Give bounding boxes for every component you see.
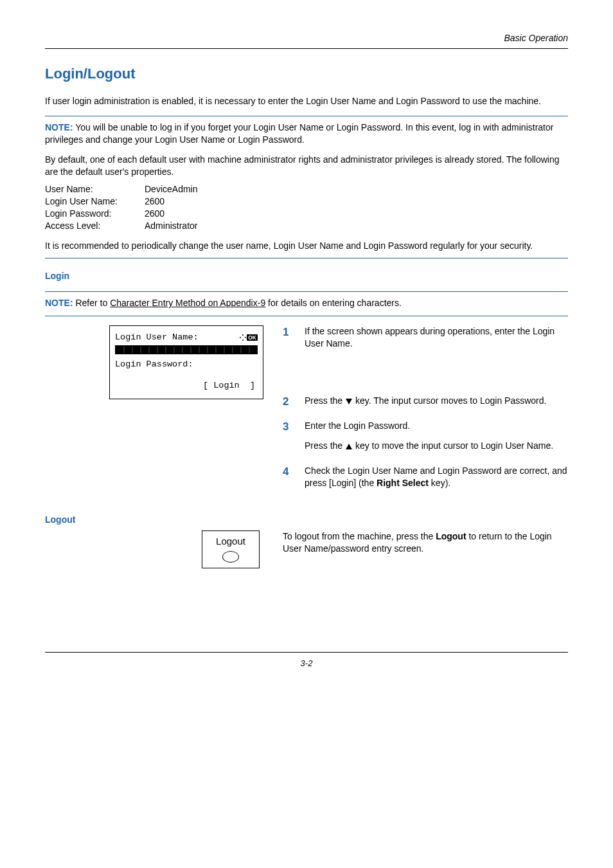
step-3b-post: key to move the input cursor to Login Us…: [353, 440, 553, 451]
step-2: Press the key. The input cursor moves to…: [283, 395, 568, 407]
down-arrow-icon: [346, 399, 352, 404]
step-3b-pre: Press the: [305, 440, 345, 451]
step-4-bold: Right Select: [377, 478, 429, 488]
step-4: Check the Login User Name and Login Pass…: [283, 465, 568, 489]
note-label: NOTE:: [45, 298, 73, 308]
step-2-post: key. The input cursor moves to Login Pas…: [353, 395, 546, 406]
prop-label: Login User Name:: [45, 195, 145, 208]
up-arrow-icon: [346, 444, 352, 449]
prop-row: User Name: DeviceAdmin: [45, 183, 568, 195]
page-title: Login/Logout: [45, 64, 568, 84]
step-3: Enter the Login Password. Press the key …: [283, 420, 568, 452]
note2-pre: Refer to: [75, 298, 110, 308]
logout-text-pre: To logout from the machine, press the: [283, 531, 436, 541]
prop-value: DeviceAdmin: [145, 183, 197, 195]
logout-text-bold: Logout: [436, 531, 466, 541]
prop-value: Administrator: [145, 220, 197, 232]
note2-paragraph: NOTE: Refer to Character Entry Method on…: [45, 297, 568, 309]
logout-heading: Logout: [45, 514, 568, 526]
prop-value: 2600: [145, 195, 164, 208]
step-1: If the screen shown appears during opera…: [283, 325, 568, 350]
note2-post: for details on entering characters.: [265, 298, 402, 308]
note1-part1: NOTE: You will be unable to log in if yo…: [45, 122, 568, 146]
page-number: 3-2: [45, 658, 568, 669]
logout-columns: Logout To logout from the machine, press…: [45, 530, 568, 568]
prop-row: Login User Name: 2600: [45, 195, 568, 208]
panel-input-bar: [115, 345, 258, 354]
login-heading: Login: [45, 270, 568, 282]
ok-label: OK: [247, 334, 258, 341]
prop-label: Login Password:: [45, 208, 145, 220]
default-user-properties: User Name: DeviceAdmin Login User Name: …: [45, 183, 568, 232]
operation-panel: Login User Name: OK Login Password: [ Lo…: [109, 325, 263, 399]
steps-column: If the screen shown appears during opera…: [283, 325, 568, 502]
logout-key-icon: [222, 551, 239, 563]
note1-text1: You will be unable to log in if you forg…: [45, 122, 553, 145]
prop-row: Login Password: 2600: [45, 208, 568, 220]
logout-key-box: Logout: [202, 530, 260, 568]
header-rule: [45, 48, 568, 49]
logout-paragraph: To logout from the machine, press the Lo…: [283, 530, 568, 555]
nav-dots-icon: [240, 334, 246, 341]
logout-text-column: To logout from the machine, press the Lo…: [283, 530, 568, 555]
page-header: Basic Operation: [45, 32, 568, 44]
step-4-post: key).: [429, 478, 450, 488]
appendix-link[interactable]: Character Entry Method on Appendix-9: [110, 298, 265, 308]
prop-value: 2600: [145, 208, 164, 220]
note1-text3: It is recommended to periodically change…: [45, 240, 568, 252]
prop-row: Access Level: Administrator: [45, 220, 568, 232]
step-1-text: If the screen shown appears during opera…: [305, 326, 555, 348]
step-3-sub: Press the key to move the input cursor t…: [305, 440, 568, 452]
prop-label: User Name:: [45, 183, 145, 195]
panel-login-password: Login Password:: [115, 358, 258, 371]
note-label: NOTE:: [45, 122, 73, 132]
steps-list-cont: Press the key. The input cursor moves to…: [283, 395, 568, 489]
note-block-2: NOTE: Refer to Character Entry Method on…: [45, 291, 568, 316]
note1-text2: By default, one of each default user wit…: [45, 154, 568, 178]
ok-icon: OK: [240, 334, 258, 341]
step-3-text: Enter the Login Password.: [305, 420, 410, 431]
panel-login-user-name: Login User Name:: [115, 331, 199, 344]
panel-line-1: Login User Name: OK: [115, 331, 258, 344]
panel-login-button: [ Login ]: [115, 379, 258, 392]
login-columns: Login User Name: OK Login Password: [ Lo…: [45, 325, 568, 502]
panel-column: Login User Name: OK Login Password: [ Lo…: [45, 325, 263, 502]
prop-label: Access Level:: [45, 220, 145, 232]
logout-box-column: Logout: [45, 530, 263, 568]
intro-paragraph: If user login administration is enabled,…: [45, 95, 568, 107]
footer-rule: [45, 652, 568, 653]
step-2-pre: Press the: [305, 395, 345, 406]
logout-key-label: Logout: [205, 535, 256, 548]
steps-list: If the screen shown appears during opera…: [283, 325, 568, 350]
note-block-1: NOTE: You will be unable to log in if yo…: [45, 116, 568, 258]
